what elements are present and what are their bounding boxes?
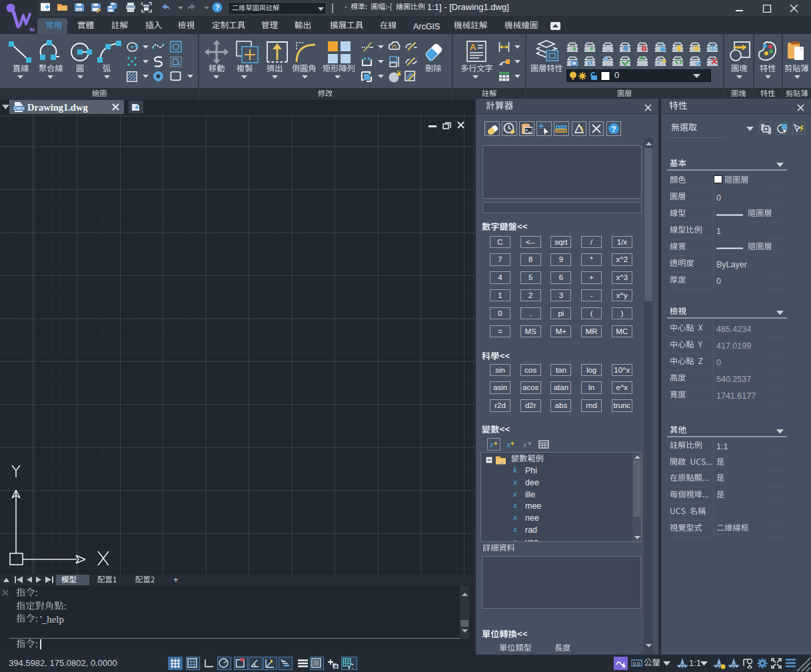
svg-text:x: x xyxy=(506,439,510,449)
svg-text:x: x xyxy=(489,439,494,449)
svg-text:0.0: 0.0 xyxy=(632,661,640,667)
svg-text:DWG: DWG xyxy=(14,106,25,111)
svg-text:A: A xyxy=(470,42,476,52)
svg-text:?: ? xyxy=(611,124,616,133)
svg-text:M: M xyxy=(30,27,35,33)
svg-text:x: x xyxy=(522,439,527,449)
svg-text:?: ? xyxy=(215,3,220,11)
